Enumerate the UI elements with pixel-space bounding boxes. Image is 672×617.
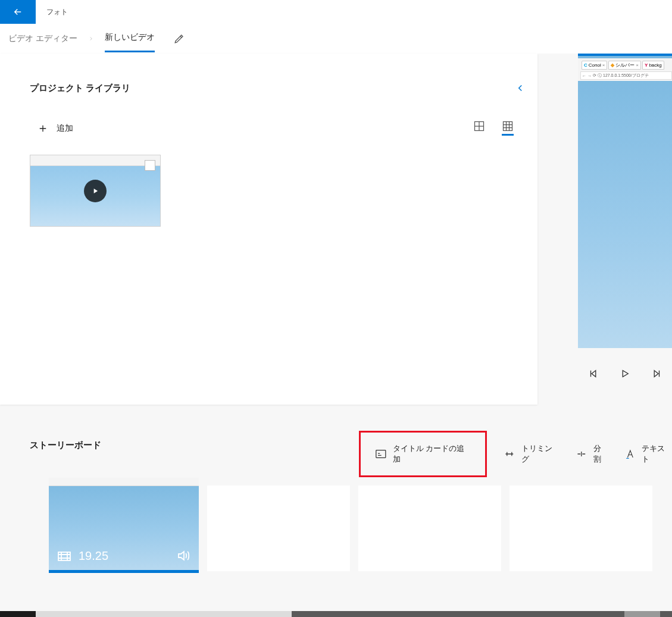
preview-tabs: CConol× ◆シルバー× Ybackg bbox=[582, 61, 664, 70]
collapse-button[interactable] bbox=[515, 83, 526, 93]
tool-label: トリミング bbox=[521, 443, 560, 465]
titlebar: フォト bbox=[0, 0, 672, 24]
play-icon bbox=[91, 187, 99, 195]
duration-icon bbox=[57, 550, 71, 562]
grid-large-icon bbox=[473, 120, 485, 132]
storyboard-clips: 19.25 bbox=[49, 478, 652, 573]
thumb-checkbox[interactable] bbox=[145, 160, 155, 171]
volume-icon bbox=[176, 549, 190, 563]
svg-rect-3 bbox=[58, 552, 70, 560]
skip-back-icon bbox=[588, 368, 599, 379]
tool-label: テキスト bbox=[642, 443, 672, 465]
tool-label: 分割 bbox=[593, 443, 608, 465]
preview-browser-chrome: CConol× ◆シルバー× Ybackg ←→⟳ⓘ127.0.0.1:5500… bbox=[578, 58, 672, 81]
text-button[interactable]: テキスト bbox=[625, 443, 672, 465]
breadcrumb-project[interactable]: 新しいビデオ bbox=[105, 24, 155, 52]
skip-forward-icon bbox=[651, 368, 662, 379]
back-button[interactable] bbox=[0, 0, 36, 24]
preview-tab-3: Ybackg bbox=[642, 61, 664, 70]
grid-small-icon bbox=[502, 120, 514, 132]
timeline-scrubber[interactable] bbox=[0, 611, 672, 617]
split-button[interactable]: 分割 bbox=[576, 443, 608, 465]
view-large-button[interactable] bbox=[473, 120, 485, 132]
storyboard-clip-1[interactable]: 19.25 bbox=[49, 478, 199, 573]
view-small-button[interactable] bbox=[502, 120, 514, 136]
next-frame-button[interactable] bbox=[651, 368, 662, 379]
preview-panel: CConol× ◆シルバー× Ybackg ←→⟳ⓘ127.0.0.1:5500… bbox=[578, 54, 672, 405]
arrow-left-icon bbox=[12, 7, 23, 17]
preview-canvas[interactable]: CConol× ◆シルバー× Ybackg ←→⟳ⓘ127.0.0.1:5500… bbox=[578, 54, 672, 348]
app-title: フォト bbox=[46, 7, 68, 17]
preview-tab-2: ◆シルバー× bbox=[608, 61, 641, 70]
add-button[interactable]: 追加 bbox=[37, 123, 73, 134]
chevron-left-icon bbox=[515, 83, 526, 93]
clip-volume-button[interactable] bbox=[176, 549, 190, 563]
add-title-card-button[interactable]: タイトル カードの追加 bbox=[359, 431, 487, 477]
pencil-icon bbox=[174, 33, 185, 44]
storyboard-title: ストーリーボード bbox=[30, 440, 101, 451]
storyboard-tools: タイトル カードの追加 トリミング 分割 テキスト bbox=[359, 431, 672, 477]
tool-label: タイトル カードの追加 bbox=[393, 443, 471, 465]
rename-button[interactable] bbox=[174, 33, 185, 44]
breadcrumb-editor[interactable]: ビデオ エディター bbox=[8, 33, 77, 44]
trim-icon bbox=[504, 449, 515, 459]
svg-rect-1 bbox=[504, 122, 512, 131]
preview-tab-1: CConol× bbox=[582, 61, 607, 70]
clip-duration[interactable]: 19.25 bbox=[57, 549, 108, 563]
prev-frame-button[interactable] bbox=[588, 368, 599, 379]
chevron-right-icon bbox=[88, 36, 94, 42]
breadcrumb-row: ビデオ エディター 新しいビデオ bbox=[0, 24, 672, 54]
add-label: 追加 bbox=[57, 123, 73, 134]
library-clip-thumbnail[interactable] bbox=[30, 155, 161, 227]
trim-button[interactable]: トリミング bbox=[504, 443, 559, 465]
preview-controls bbox=[578, 368, 672, 379]
thumb-browser-chrome bbox=[30, 155, 160, 166]
text-icon bbox=[625, 449, 636, 459]
close-icon: × bbox=[636, 62, 639, 68]
close-icon: × bbox=[602, 62, 605, 68]
storyboard-slot-empty[interactable] bbox=[510, 486, 652, 571]
title-card-icon bbox=[375, 449, 387, 459]
plus-icon bbox=[37, 123, 48, 134]
library-title: プロジェクト ライブラリ bbox=[30, 83, 130, 94]
preview-url-bar: ←→⟳ⓘ127.0.0.1:5500/ブログテ bbox=[580, 71, 672, 80]
storyboard-slot-empty[interactable] bbox=[207, 486, 350, 571]
play-icon bbox=[620, 368, 630, 379]
clip-browser-chrome bbox=[49, 478, 199, 486]
split-icon bbox=[576, 449, 587, 459]
thumb-play-button[interactable] bbox=[84, 180, 107, 202]
project-library-panel: プロジェクト ライブラリ 追加 bbox=[0, 54, 537, 405]
play-button[interactable] bbox=[620, 368, 630, 379]
storyboard-slot-empty[interactable] bbox=[358, 486, 501, 571]
svg-rect-2 bbox=[376, 450, 386, 458]
